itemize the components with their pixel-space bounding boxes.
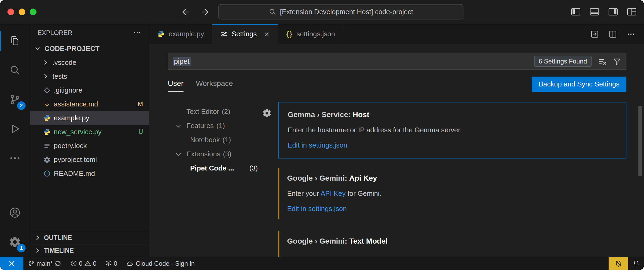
scope-tab-workspace[interactable]: Workspace bbox=[196, 79, 233, 92]
close-tab-icon[interactable] bbox=[263, 31, 270, 38]
minimize-window-button[interactable] bbox=[19, 9, 25, 15]
file-label: pyproject.toml bbox=[54, 156, 143, 164]
command-center-text: [Extension Development Host] code-projec… bbox=[280, 8, 413, 16]
settings-gear-button[interactable]: 1 bbox=[0, 227, 30, 257]
setting-google-gemini-text-model[interactable]: Google › Gemini: Text Model bbox=[278, 229, 626, 254]
maximize-window-button[interactable] bbox=[30, 9, 36, 15]
notifications-bell-item[interactable] bbox=[628, 257, 644, 270]
accounts-button[interactable] bbox=[0, 198, 30, 227]
tree-file-gitignore[interactable]: .gitignore bbox=[30, 83, 149, 97]
chevron-down-icon bbox=[175, 122, 182, 130]
cloud-code-status-item[interactable]: Cloud Code - Sign in bbox=[121, 257, 199, 270]
open-changes-icon[interactable] bbox=[590, 30, 599, 39]
activity-source-control-button[interactable]: 2 bbox=[0, 85, 30, 114]
remote-indicator[interactable] bbox=[0, 257, 23, 270]
tree-file-pyproject-toml[interactable]: pyproject.toml bbox=[30, 153, 149, 166]
edit-in-settings-json-link[interactable]: Edit in settings.json bbox=[288, 141, 618, 149]
explorer-sidebar: EXPLORER CODE-PROJECT .vscode bbox=[30, 24, 149, 257]
activity-explorer-button[interactable] bbox=[0, 26, 30, 55]
setting-title: Google › Gemini: Api Key bbox=[287, 174, 618, 182]
error-icon bbox=[70, 260, 77, 267]
setting-gemma-service-host[interactable]: Gemma › Service: Host Enter the hostname… bbox=[278, 102, 626, 158]
file-label: assistance.md bbox=[54, 100, 134, 108]
branch-status-item[interactable]: main* bbox=[23, 257, 66, 270]
outline-section[interactable]: OUTLINE bbox=[30, 231, 149, 244]
activity-run-debug-button[interactable] bbox=[0, 114, 30, 144]
tab-label: settings.json bbox=[296, 30, 335, 38]
python-file-icon bbox=[43, 128, 51, 136]
tree-file-new-service-py[interactable]: new_service.py U bbox=[30, 125, 149, 139]
explorer-more-actions-icon[interactable] bbox=[133, 29, 141, 37]
toc-text-editor[interactable]: Text Editor (2) bbox=[168, 105, 262, 119]
scope-tab-user[interactable]: User bbox=[168, 79, 184, 92]
git-branch-icon bbox=[28, 260, 35, 267]
branch-name: main* bbox=[36, 260, 53, 267]
results-count-badge: 6 Settings Found bbox=[534, 56, 592, 67]
forward-icon[interactable] bbox=[200, 7, 209, 17]
chevron-right-icon bbox=[34, 234, 41, 241]
edit-in-settings-json-link[interactable]: Edit in settings.json bbox=[287, 205, 618, 213]
tree-file-readme-md[interactable]: README.md bbox=[30, 166, 149, 180]
toc-label: Features bbox=[186, 122, 214, 130]
tree-root-label: CODE-PROJECT bbox=[44, 45, 143, 53]
toggle-sidebar-left-icon[interactable] bbox=[570, 7, 581, 17]
clear-search-icon[interactable] bbox=[598, 57, 606, 66]
radio-tower-icon bbox=[105, 260, 112, 267]
problems-status-item[interactable]: 0 0 bbox=[66, 257, 101, 270]
tree-root-code-project[interactable]: CODE-PROJECT bbox=[30, 42, 149, 55]
command-center[interactable]: [Extension Development Host] code-projec… bbox=[218, 4, 463, 19]
vscode-window: [Extension Development Host] code-projec… bbox=[0, 0, 644, 270]
git-file-icon bbox=[43, 87, 51, 94]
warning-count: 0 bbox=[93, 260, 96, 267]
ellipsis-icon bbox=[9, 152, 21, 164]
tab-settings[interactable]: Settings bbox=[212, 24, 278, 44]
settings-scope-tabs: User Workspace Backup and Sync Settings bbox=[168, 77, 626, 92]
bell-slash-icon bbox=[615, 260, 622, 267]
toc-extensions[interactable]: Extensions (3) bbox=[168, 147, 262, 161]
editor-area: example.py Settings { } settings.json bbox=[149, 24, 644, 257]
setting-gear-icon[interactable] bbox=[262, 108, 272, 118]
tree-file-example-py[interactable]: example.py bbox=[30, 111, 149, 125]
search-icon bbox=[9, 64, 21, 76]
toc-notebook[interactable]: Notebook (1) bbox=[168, 133, 262, 147]
api-key-link[interactable]: API Key bbox=[321, 189, 346, 197]
settings-editor: pipet 6 Settings Found User Workspace Ba… bbox=[149, 44, 644, 257]
tree-folder-vscode[interactable]: .vscode bbox=[30, 55, 149, 69]
timeline-section[interactable]: TIMELINE bbox=[30, 244, 149, 257]
settings-sliders-icon bbox=[220, 30, 227, 38]
filter-icon[interactable] bbox=[613, 57, 621, 66]
close-window-button[interactable] bbox=[7, 9, 14, 15]
settings-search-input[interactable]: pipet 6 Settings Found bbox=[168, 53, 626, 70]
setting-google-gemini-api-key[interactable]: Google › Gemini: Api Key Enter your API … bbox=[278, 166, 626, 221]
toc-features[interactable]: Features (1) bbox=[168, 119, 262, 133]
file-label: poetry.lock bbox=[54, 142, 143, 150]
activity-more-button[interactable] bbox=[0, 144, 30, 173]
toc-pipet-code[interactable]: Pipet Code ... (3) bbox=[168, 161, 262, 175]
ports-status-item[interactable]: 0 bbox=[101, 257, 121, 270]
traffic-lights bbox=[0, 9, 36, 15]
setting-title: Gemma › Service: Host bbox=[288, 110, 618, 119]
file-label: README.md bbox=[54, 169, 143, 178]
account-icon bbox=[9, 207, 21, 219]
toc-label: Pipet Code ... bbox=[190, 164, 234, 172]
tree-folder-tests[interactable]: tests bbox=[30, 69, 149, 83]
settings-scrollbar[interactable] bbox=[638, 106, 642, 176]
setting-title: Google › Gemini: Text Model bbox=[287, 237, 618, 245]
tab-label: Settings bbox=[232, 30, 257, 38]
toggle-sidebar-right-icon[interactable] bbox=[608, 7, 618, 17]
file-label: new_service.py bbox=[54, 128, 135, 136]
tab-example-py[interactable]: example.py bbox=[149, 24, 212, 44]
folder-label: tests bbox=[52, 72, 143, 81]
more-actions-icon[interactable] bbox=[626, 30, 635, 39]
tree-file-assistance-md[interactable]: assistance.md M bbox=[30, 97, 149, 111]
tab-settings-json[interactable]: { } settings.json bbox=[278, 24, 343, 44]
extension-host-alert-item[interactable] bbox=[609, 257, 628, 270]
chevron-right-icon bbox=[42, 59, 49, 66]
split-editor-icon[interactable] bbox=[608, 30, 617, 39]
toggle-panel-icon[interactable] bbox=[589, 7, 600, 17]
customize-layout-icon[interactable] bbox=[626, 7, 637, 17]
back-icon[interactable] bbox=[181, 7, 191, 17]
tree-file-poetry-lock[interactable]: poetry.lock bbox=[30, 139, 149, 153]
activity-search-button[interactable] bbox=[0, 55, 30, 85]
backup-sync-settings-button[interactable]: Backup and Sync Settings bbox=[532, 77, 626, 92]
